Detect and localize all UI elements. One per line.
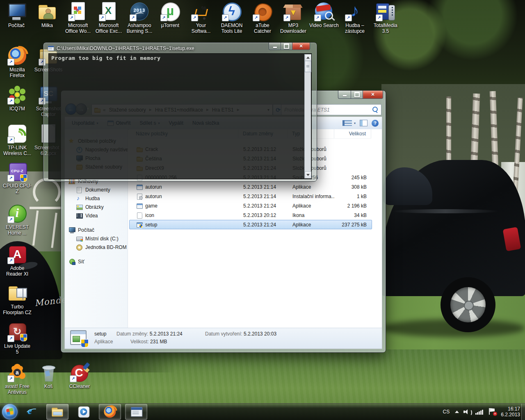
desktop-icon-mp3-downloader[interactable]: ▼MP3 Downloader [278, 2, 308, 34]
desktop-icon-ko[interactable]: Koš [34, 363, 63, 389]
taskbar-button-internet-explorer[interactable] [20, 404, 42, 420]
desktop-icon-label: DAEMON Tools Lite [217, 23, 247, 34]
taskbar-button-windows-media-player[interactable] [73, 404, 95, 420]
desktop-icon-avast-free-antivirus[interactable]: aavast! Free Antivirus [2, 363, 32, 395]
close-button[interactable] [363, 91, 383, 99]
desktop-icon-icq7m[interactable]: ICQ7M [2, 85, 32, 112]
close-button[interactable] [292, 43, 310, 50]
nav-item-dokumenty[interactable]: Dokumenty [65, 185, 128, 194]
desktop-icon-daemon-tools-lite[interactable]: ϟDAEMON Tools Lite [217, 2, 247, 34]
nav-item-hudba[interactable]: Hudba [65, 194, 128, 203]
file-row-autorun[interactable]: autorun5.2.2013 21:14Aplikace308 kB [129, 182, 372, 192]
desktop-icon-hudba-z-stupce[interactable]: ♪Hudba – zástupce [340, 2, 370, 34]
taskbar-button-windows-explorer[interactable] [46, 404, 68, 420]
desktop-icon-everest-home[interactable]: iEVEREST Home ... [2, 203, 32, 236]
file-row-game[interactable]: game5.2.2013 21:24Aplikace2 196 kB [129, 201, 372, 210]
console-icon [130, 405, 143, 418]
desktop-icon-turbo-floorplan-cz[interactable]: Turbo Floorplan CZ [2, 283, 32, 315]
desktop-icon-label: TotalMedia 3.5 [371, 23, 400, 34]
desktop-icon-po-ta[interactable]: Počítač [2, 2, 31, 28]
nav-item-po-ta[interactable]: Počítač [65, 226, 128, 234]
shortcut-arrow-icon [191, 14, 198, 21]
desktop-icon-video-search[interactable]: Video Search [309, 2, 339, 28]
maximize-button[interactable] [281, 43, 292, 50]
action-center-flag-icon[interactable] [488, 408, 496, 415]
uac-shield-icon [81, 339, 89, 347]
file-row-setup[interactable]: setup5.2.2013 21:24Aplikace237 275 kB [129, 220, 372, 229]
taskbar-button-firefox[interactable] [99, 404, 121, 420]
nav-item-jednotka-bd-rom[interactable]: Jednotka BD-ROM ( [65, 243, 128, 251]
desktop-icon-label: aTube Catcher [248, 23, 277, 34]
scroll-down-icon[interactable] [305, 171, 311, 178]
nav-item-s[interactable]: Síť [65, 257, 128, 266]
file-row-icon[interactable]: icon5.2.2013 20:12Ikona34 kB [129, 210, 372, 220]
desktop-icon-ccleaner[interactable]: CCCleaner [65, 363, 94, 389]
details-created: Datum vytvoření: 5.2.2013 20:03 [205, 331, 276, 337]
details-size: Velikost: 231 MB [130, 339, 167, 345]
search-icon[interactable] [371, 106, 379, 114]
app-file-icon [136, 184, 143, 190]
desktop-icon-label: CCleaner [65, 383, 94, 389]
desktop-icon-ashampoo-burning-s[interactable]: 2013Ashampoo Burning S... [125, 2, 154, 34]
nav-item-obr-zky[interactable]: Obrázky [65, 203, 128, 211]
minimize-button[interactable] [269, 43, 281, 50]
console-icon [47, 45, 54, 52]
explorer-folder-icon [51, 405, 64, 418]
help-icon[interactable]: ? [372, 120, 379, 127]
scroll-up-icon[interactable] [305, 54, 311, 61]
cmd-caption-buttons [269, 43, 310, 50]
desktop-icon-tp-link-wireless-c[interactable]: TP-LINK Wireless C... [2, 124, 32, 156]
tray-date: 6.2.2013 [501, 412, 520, 418]
desktop-icon-atube-catcher[interactable]: aTube Catcher [248, 2, 277, 34]
cmd-title-bar: C:\Users\Milka\DOWNLO~1\HRAETS~1\HRAETS~… [47, 45, 194, 52]
desktop-icon-totalmedia-3-5[interactable]: TotalMedia 3.5 [371, 2, 400, 34]
scrollbar-thumb[interactable] [305, 61, 311, 72]
user-folder-icon [37, 2, 57, 21]
language-indicator[interactable]: CS [442, 409, 451, 415]
desktop-icon-microsoft-office-exc[interactable]: Microsoft Office Exc... [94, 2, 123, 34]
setup-file-icon [136, 221, 143, 228]
shortcut-arrow-icon [376, 14, 383, 21]
volume-icon[interactable] [463, 409, 471, 415]
clock[interactable]: 16:17 6.2.2013 [501, 406, 521, 418]
shortcut-arrow-icon [7, 175, 14, 182]
taskbar-button-command-prompt[interactable] [125, 404, 147, 420]
column-size[interactable]: Velikost [334, 129, 371, 138]
hidden-icons-chevron-icon[interactable] [455, 411, 459, 413]
details-pane: setup Aplikace Datum změny: 5.2.2013 21:… [65, 328, 382, 349]
shortcut-arrow-icon [314, 14, 321, 21]
desktop-icon-label: avast! Free Antivirus [2, 383, 32, 395]
shortcut-arrow-icon [99, 14, 106, 21]
minimize-button[interactable] [338, 91, 351, 99]
change-view-icon[interactable] [342, 120, 352, 126]
file-row-autorun[interactable]: autorun5.2.2013 21:14Instalační informa.… [129, 192, 372, 201]
desktop-icon-microsoft-office-wo[interactable]: Microsoft Office Wo... [63, 2, 93, 34]
console-scrollbar[interactable] [304, 54, 311, 178]
desktop-icon-live-update-5[interactable]: ↻Live Update 5 [2, 322, 32, 355]
shortcut-arrow-icon [7, 59, 14, 66]
console-output-text: Program too big to fit in memory [51, 55, 160, 61]
view-dropdown-icon[interactable]: ▾ [354, 121, 356, 125]
start-orb-icon[interactable] [2, 404, 18, 420]
desktop-icon-adobe-reader-xi[interactable]: AAdobe Reader XI [2, 244, 32, 277]
show-desktop-button[interactable] [521, 404, 525, 420]
console-output-area: Program too big to fit in memory [48, 53, 312, 179]
preview-pane-icon[interactable] [360, 120, 368, 126]
network-signal-icon[interactable] [475, 409, 484, 415]
details-file-type: Aplikace [94, 339, 113, 345]
nav-item-videa[interactable]: Videa [65, 211, 128, 220]
maximize-button[interactable] [351, 91, 363, 99]
desktop-icon-mozilla-firefox[interactable]: Mozilla Firefox [2, 46, 32, 78]
app-file-icon [136, 203, 143, 209]
desktop-icon-torrent[interactable]: µµTorrent [155, 2, 185, 28]
blank-file-icon [136, 212, 143, 219]
details-modified: Datum změny: 5.2.2013 21:24 [116, 331, 183, 337]
desktop-icon-cpuid-cpu-z[interactable]: CPU-ZCPUID CPU-Z [2, 162, 32, 194]
desktop-icon-label: Milka [32, 23, 62, 28]
desktop-icon-milka[interactable]: Milka [32, 2, 62, 28]
desktop-icon-label: Ashampoo Burning S... [125, 23, 154, 34]
desktop-icon-your-softwa[interactable]: %Your Softwa... [186, 2, 216, 34]
nav-item-m-stn-disk-c[interactable]: Místní disk (C:) [65, 234, 128, 243]
shortcut-arrow-icon [283, 14, 290, 21]
desktop-icon-label: Your Softwa... [186, 23, 216, 34]
